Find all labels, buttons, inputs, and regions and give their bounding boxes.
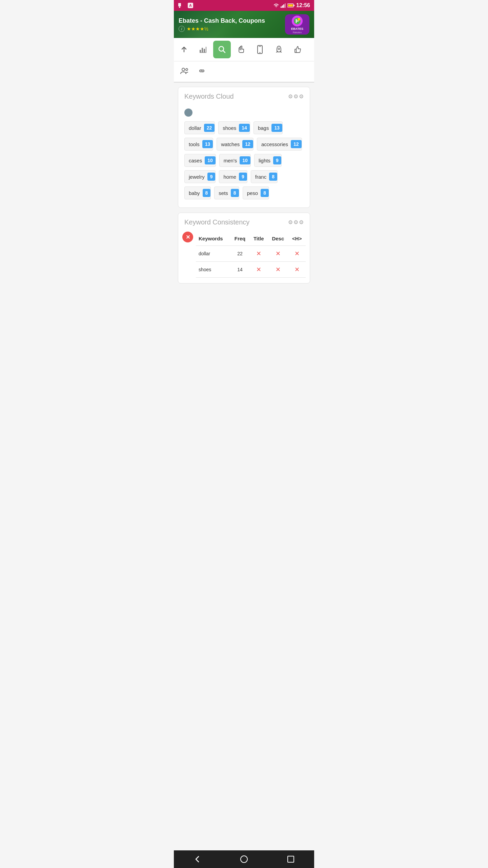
gear-icon-2[interactable]: ⚙ [293,93,298,100]
gear-icon-6[interactable]: ⚙ [299,219,304,225]
cloud-tag-word: jewelry [189,174,205,180]
cloud-tag-count: 9 [239,173,247,181]
ebates-logo: ↓ EBATES Rakuten [285,14,309,35]
cloud-tag-word: men's [224,158,237,163]
nav-home-icon [240,855,248,863]
nav-bar [174,850,314,868]
notification-icon [178,2,185,8]
cell-keyword: dollar [196,246,230,262]
toolbar-search-btn[interactable] [213,41,231,58]
ebates-logo-circle: ↓ [292,16,303,26]
gear-icon-4[interactable]: ⚙ [288,219,293,225]
cloud-tag-jewelry[interactable]: jewelry9 [184,170,216,183]
svg-line-22 [223,51,225,53]
cloud-tag-word: sets [219,190,228,196]
x-mark-icon: ✕ [256,250,261,257]
cell-desc: ✕ [268,262,288,278]
cloud-tag-shoes[interactable]: shoes14 [218,121,250,134]
toolbar-row2 [174,61,314,82]
cloud-tag-baby[interactable]: baby8 [184,186,211,199]
cloud-tag-word: cases [189,158,202,163]
toolbar-link-btn[interactable] [194,63,210,79]
keyword-consistency-content: ✕ Keywords Freq Title Desc <H> [178,232,310,283]
toolbar-chart-btn[interactable] [194,41,212,58]
x-mark-icon: ✕ [276,250,281,257]
nav-back-icon [194,856,201,863]
x-mark-icon: ✕ [276,266,281,273]
cloud-tag-lights[interactable]: lights9 [254,154,282,167]
keyword-consistency-card: Keyword Consistency ⚙ ⚙ ⚙ ✕ Keywords [178,213,310,283]
cloud-tag-men's[interactable]: men's10 [219,154,251,167]
cell-h: ✕ [288,246,306,262]
svg-point-24 [260,52,261,53]
consistency-table-body: dollar 22 ✕ ✕ ✕ shoes 14 ✕ ✕ ✕ [196,246,306,278]
svg-rect-18 [204,49,205,53]
nav-back-btn[interactable] [187,853,207,865]
svg-rect-7 [283,4,284,8]
cloud-tag-cases[interactable]: cases10 [184,154,216,167]
wifi-icon [273,3,279,8]
cloud-tag-word: lights [259,158,270,163]
cloud-tag-watches[interactable]: watches12 [217,138,253,151]
table-header-row: Keywords Freq Title Desc <H> [196,232,306,246]
cloud-tag-tools[interactable]: tools13 [184,138,213,151]
gear-icon-1[interactable]: ⚙ [288,93,293,100]
keywords-cloud-content: dollar22shoes14bags13tools13watches12acc… [178,106,310,208]
cloud-radio-row [184,108,304,120]
ad-banner[interactable]: Ebates - Cash Back, Coupons i ★★★★½ ↓ EB… [174,11,314,38]
cell-keyword: shoes [196,262,230,278]
table-container: Keywords Freq Title Desc <H> dollar 2 [196,232,306,278]
svg-rect-0 [178,3,181,6]
cloud-tag-count: 12 [291,140,302,148]
cell-freq: 22 [230,246,249,262]
cloud-tag-word: franc [255,174,266,180]
svg-point-26 [278,48,280,50]
chart-bar-icon [199,46,207,53]
x-mark-icon: ✕ [256,266,261,273]
toolbar-mobile-btn[interactable] [251,41,269,58]
cloud-tag-word: baby [189,190,200,196]
ad-logo-container: ↓ EBATES Rakuten [285,14,309,35]
toolbar-thumbsup-btn[interactable] [289,41,307,58]
ad-title: Ebates - Cash Back, Coupons [179,17,265,24]
keywords-cloud-header: Keywords Cloud ⚙ ⚙ ⚙ [178,87,310,106]
hand-icon [237,45,245,54]
toolbar-hand-btn[interactable] [232,41,250,58]
cloud-tag-accessories[interactable]: accessories12 [257,138,302,151]
ebates-logo-sub: Rakuten [293,31,302,34]
toolbar-row1 [174,38,314,61]
x-mark-icon: ✕ [294,266,300,273]
cloud-tag-bags[interactable]: bags13 [253,121,283,134]
cloud-tag-dollar[interactable]: dollar22 [184,121,215,134]
status-bar: A ⚡ 12:56 [174,0,314,11]
gear-icon-5[interactable]: ⚙ [293,219,298,225]
svg-text:⚡: ⚡ [289,4,292,7]
status-right-icons: ⚡ 12:56 [273,2,310,8]
cloud-tag-franc[interactable]: franc8 [251,170,278,183]
col-freq: Freq [230,232,249,246]
cloud-radio-button[interactable] [184,108,192,117]
nav-home-btn[interactable] [234,853,254,865]
toolbar-people-btn[interactable] [177,63,193,79]
cloud-tag-count: 12 [242,140,253,148]
cloud-tag-peso[interactable]: peso8 [243,186,269,199]
up-arrow-icon [180,46,188,53]
nav-recents-btn[interactable] [281,853,301,865]
rocket-icon [275,45,283,54]
cloud-tag-count: 13 [271,124,282,132]
cloud-tag-home[interactable]: home9 [219,170,247,183]
svg-rect-10 [293,5,294,6]
toolbar-up-btn[interactable] [175,41,193,58]
cloud-tags-container: dollar22shoes14bags13tools13watches12acc… [184,121,304,199]
consistency-table: Keywords Freq Title Desc <H> dollar 2 [196,232,306,278]
gear-icon-3[interactable]: ⚙ [299,93,304,100]
keywords-cloud-settings: ⚙ ⚙ ⚙ [288,93,304,100]
cloud-tag-word: dollar [189,125,201,131]
keywords-cloud-title: Keywords Cloud [184,93,234,100]
toolbar-rocket-btn[interactable] [270,41,288,58]
cloud-tag-count: 8 [261,189,269,197]
ad-info-icon: i [179,26,185,32]
a-icon: A [187,2,194,8]
scroll-content: Keywords Cloud ⚙ ⚙ ⚙ dollar22shoes14bags… [174,83,314,313]
cloud-tag-sets[interactable]: sets8 [214,186,239,199]
